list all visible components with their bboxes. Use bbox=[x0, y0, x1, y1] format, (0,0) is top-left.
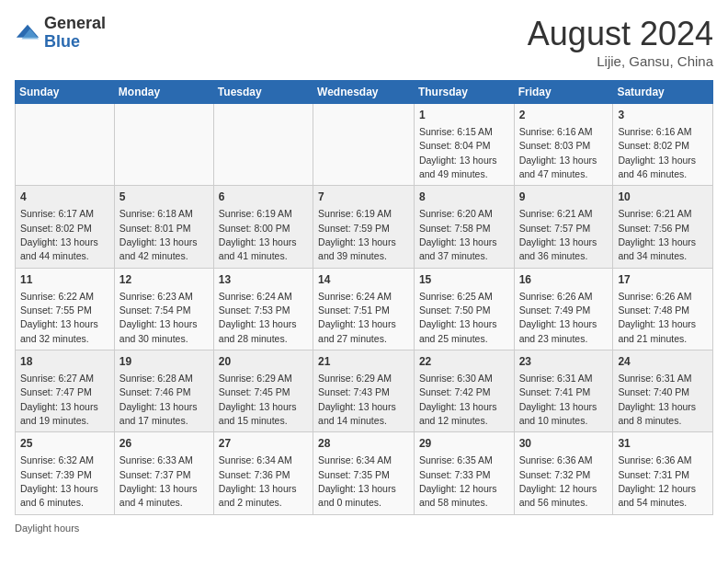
day-number: 13 bbox=[219, 272, 308, 288]
calendar-cell: 16Sunrise: 6:26 AM Sunset: 7:49 PM Dayli… bbox=[514, 268, 613, 350]
weekday-sunday: Sunday bbox=[16, 81, 115, 104]
day-number: 16 bbox=[519, 272, 609, 288]
day-number: 1 bbox=[419, 108, 509, 123]
weekday-thursday: Thursday bbox=[414, 81, 514, 104]
day-number: 15 bbox=[419, 272, 509, 288]
day-info: Sunrise: 6:25 AM Sunset: 7:50 PM Dayligh… bbox=[419, 291, 497, 344]
day-number: 10 bbox=[618, 190, 708, 205]
calendar-cell: 19Sunrise: 6:28 AM Sunset: 7:46 PM Dayli… bbox=[114, 350, 213, 432]
day-number: 20 bbox=[219, 354, 308, 370]
calendar-cell: 11Sunrise: 6:22 AM Sunset: 7:55 PM Dayli… bbox=[16, 268, 115, 350]
day-info: Sunrise: 6:29 AM Sunset: 7:43 PM Dayligh… bbox=[318, 373, 396, 426]
day-number: 19 bbox=[119, 354, 209, 370]
day-info: Sunrise: 6:17 AM Sunset: 8:02 PM Dayligh… bbox=[20, 208, 98, 261]
day-info: Sunrise: 6:15 AM Sunset: 8:04 PM Dayligh… bbox=[419, 126, 497, 179]
logo-icon bbox=[15, 20, 40, 46]
calendar-cell bbox=[213, 104, 313, 186]
calendar-cell: 2Sunrise: 6:16 AM Sunset: 8:03 PM Daylig… bbox=[514, 104, 613, 186]
calendar-header: SundayMondayTuesdayWednesdayThursdayFrid… bbox=[16, 81, 713, 104]
weekday-saturday: Saturday bbox=[613, 81, 713, 104]
calendar-cell: 7Sunrise: 6:19 AM Sunset: 7:59 PM Daylig… bbox=[313, 186, 415, 268]
calendar-cell: 18Sunrise: 6:27 AM Sunset: 7:47 PM Dayli… bbox=[16, 350, 115, 432]
footer: Daylight hours bbox=[15, 523, 713, 534]
day-number: 27 bbox=[219, 436, 308, 452]
weekday-wednesday: Wednesday bbox=[313, 81, 415, 104]
daylight-label: Daylight hours bbox=[15, 523, 79, 534]
day-info: Sunrise: 6:36 AM Sunset: 7:32 PM Dayligh… bbox=[519, 454, 597, 508]
day-number: 6 bbox=[219, 190, 308, 205]
calendar-cell: 17Sunrise: 6:26 AM Sunset: 7:48 PM Dayli… bbox=[613, 268, 713, 350]
day-number: 11 bbox=[20, 272, 109, 288]
day-number: 17 bbox=[618, 272, 708, 288]
calendar-cell: 22Sunrise: 6:30 AM Sunset: 7:42 PM Dayli… bbox=[414, 350, 514, 432]
day-number: 28 bbox=[318, 436, 409, 452]
weekday-friday: Friday bbox=[514, 81, 613, 104]
calendar-cell: 10Sunrise: 6:21 AM Sunset: 7:56 PM Dayli… bbox=[613, 186, 713, 268]
day-info: Sunrise: 6:35 AM Sunset: 7:33 PM Dayligh… bbox=[419, 454, 497, 508]
calendar-cell: 13Sunrise: 6:24 AM Sunset: 7:53 PM Dayli… bbox=[213, 268, 313, 350]
day-info: Sunrise: 6:26 AM Sunset: 7:48 PM Dayligh… bbox=[618, 291, 696, 344]
day-number: 18 bbox=[20, 354, 109, 370]
calendar-week-5: 25Sunrise: 6:32 AM Sunset: 7:39 PM Dayli… bbox=[16, 432, 713, 514]
day-number: 9 bbox=[519, 190, 609, 205]
weekday-header-row: SundayMondayTuesdayWednesdayThursdayFrid… bbox=[16, 81, 713, 104]
day-number: 26 bbox=[119, 436, 209, 452]
calendar-cell: 1Sunrise: 6:15 AM Sunset: 8:04 PM Daylig… bbox=[414, 104, 514, 186]
calendar-cell: 24Sunrise: 6:31 AM Sunset: 7:40 PM Dayli… bbox=[613, 350, 713, 432]
day-info: Sunrise: 6:27 AM Sunset: 7:47 PM Dayligh… bbox=[20, 373, 98, 426]
day-info: Sunrise: 6:28 AM Sunset: 7:46 PM Dayligh… bbox=[119, 373, 198, 426]
day-number: 25 bbox=[20, 436, 109, 452]
day-info: Sunrise: 6:29 AM Sunset: 7:45 PM Dayligh… bbox=[219, 373, 297, 426]
day-info: Sunrise: 6:21 AM Sunset: 7:56 PM Dayligh… bbox=[618, 208, 696, 261]
day-info: Sunrise: 6:34 AM Sunset: 7:36 PM Dayligh… bbox=[219, 454, 297, 508]
calendar-cell: 31Sunrise: 6:36 AM Sunset: 7:31 PM Dayli… bbox=[613, 432, 713, 514]
calendar-cell: 8Sunrise: 6:20 AM Sunset: 7:58 PM Daylig… bbox=[414, 186, 514, 268]
day-info: Sunrise: 6:31 AM Sunset: 7:40 PM Dayligh… bbox=[618, 373, 696, 426]
day-info: Sunrise: 6:24 AM Sunset: 7:53 PM Dayligh… bbox=[219, 291, 297, 344]
day-info: Sunrise: 6:19 AM Sunset: 8:00 PM Dayligh… bbox=[219, 208, 297, 261]
month-title: August 2024 bbox=[528, 15, 713, 53]
day-info: Sunrise: 6:26 AM Sunset: 7:49 PM Dayligh… bbox=[519, 291, 597, 344]
calendar-cell: 20Sunrise: 6:29 AM Sunset: 7:45 PM Dayli… bbox=[213, 350, 313, 432]
day-info: Sunrise: 6:32 AM Sunset: 7:39 PM Dayligh… bbox=[20, 454, 98, 508]
calendar-cell: 3Sunrise: 6:16 AM Sunset: 8:02 PM Daylig… bbox=[613, 104, 713, 186]
day-number: 23 bbox=[519, 354, 609, 370]
calendar-cell: 28Sunrise: 6:34 AM Sunset: 7:35 PM Dayli… bbox=[313, 432, 415, 514]
calendar-cell: 9Sunrise: 6:21 AM Sunset: 7:57 PM Daylig… bbox=[514, 186, 613, 268]
day-number: 30 bbox=[519, 436, 609, 452]
day-number: 22 bbox=[419, 354, 509, 370]
calendar-week-1: 1Sunrise: 6:15 AM Sunset: 8:04 PM Daylig… bbox=[16, 104, 713, 186]
title-block: August 2024 Lijie, Gansu, China bbox=[528, 15, 713, 69]
weekday-tuesday: Tuesday bbox=[213, 81, 313, 104]
calendar-cell bbox=[16, 104, 115, 186]
day-info: Sunrise: 6:31 AM Sunset: 7:41 PM Dayligh… bbox=[519, 373, 597, 426]
day-number: 21 bbox=[318, 354, 409, 370]
weekday-monday: Monday bbox=[114, 81, 213, 104]
calendar-cell: 23Sunrise: 6:31 AM Sunset: 7:41 PM Dayli… bbox=[514, 350, 613, 432]
calendar-week-3: 11Sunrise: 6:22 AM Sunset: 7:55 PM Dayli… bbox=[16, 268, 713, 350]
day-info: Sunrise: 6:33 AM Sunset: 7:37 PM Dayligh… bbox=[119, 454, 198, 508]
day-info: Sunrise: 6:19 AM Sunset: 7:59 PM Dayligh… bbox=[318, 208, 396, 261]
day-number: 4 bbox=[20, 190, 109, 205]
day-number: 5 bbox=[119, 190, 209, 205]
calendar-cell: 5Sunrise: 6:18 AM Sunset: 8:01 PM Daylig… bbox=[114, 186, 213, 268]
calendar-body: 1Sunrise: 6:15 AM Sunset: 8:04 PM Daylig… bbox=[16, 104, 713, 515]
calendar-cell bbox=[114, 104, 213, 186]
calendar-week-4: 18Sunrise: 6:27 AM Sunset: 7:47 PM Dayli… bbox=[16, 350, 713, 432]
day-info: Sunrise: 6:20 AM Sunset: 7:58 PM Dayligh… bbox=[419, 208, 497, 261]
calendar-cell: 6Sunrise: 6:19 AM Sunset: 8:00 PM Daylig… bbox=[213, 186, 313, 268]
day-info: Sunrise: 6:16 AM Sunset: 8:02 PM Dayligh… bbox=[618, 126, 696, 179]
calendar-cell: 25Sunrise: 6:32 AM Sunset: 7:39 PM Dayli… bbox=[16, 432, 115, 514]
calendar-cell: 26Sunrise: 6:33 AM Sunset: 7:37 PM Dayli… bbox=[114, 432, 213, 514]
logo: General Blue bbox=[15, 15, 106, 52]
calendar-cell: 30Sunrise: 6:36 AM Sunset: 7:32 PM Dayli… bbox=[514, 432, 613, 514]
day-info: Sunrise: 6:21 AM Sunset: 7:57 PM Dayligh… bbox=[519, 208, 597, 261]
day-number: 14 bbox=[318, 272, 409, 288]
logo-general-text: General bbox=[44, 15, 106, 33]
day-number: 12 bbox=[119, 272, 209, 288]
page-header: General Blue August 2024 Lijie, Gansu, C… bbox=[15, 15, 713, 69]
day-number: 7 bbox=[318, 190, 409, 205]
day-info: Sunrise: 6:34 AM Sunset: 7:35 PM Dayligh… bbox=[318, 454, 396, 508]
day-number: 29 bbox=[419, 436, 509, 452]
calendar-cell bbox=[313, 104, 415, 186]
